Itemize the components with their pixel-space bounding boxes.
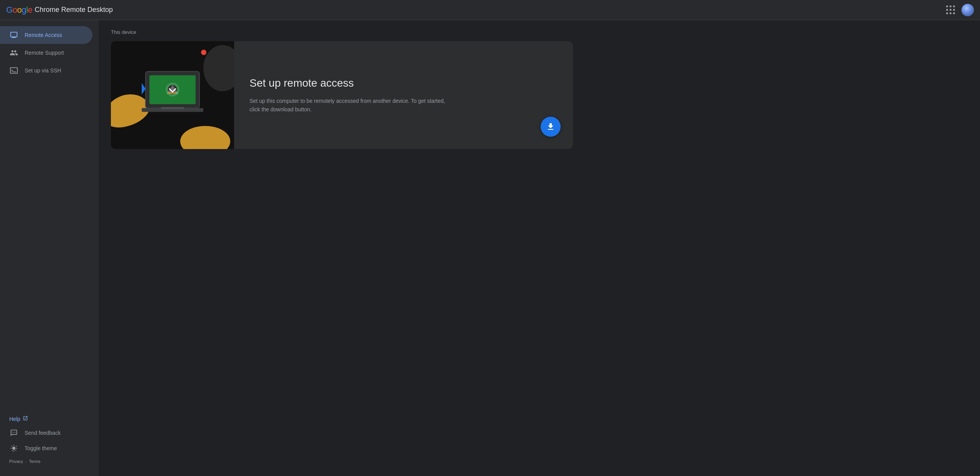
- svg-rect-7: [161, 107, 184, 109]
- grid-dots: [946, 5, 955, 15]
- privacy-link[interactable]: Privacy: [9, 459, 23, 464]
- theme-icon: [9, 444, 18, 452]
- terms-link[interactable]: Terms: [29, 459, 40, 464]
- laptop-svg: [134, 64, 211, 126]
- user-avatar[interactable]: [962, 4, 974, 16]
- send-feedback-item[interactable]: Send feedback: [0, 425, 99, 441]
- setup-card: Set up remote access Set up this compute…: [111, 41, 573, 149]
- download-button[interactable]: [541, 117, 561, 137]
- svg-marker-2: [142, 83, 146, 95]
- sidebar-item-ssh-label: Set up via SSH: [25, 67, 61, 74]
- card-illustration: [111, 41, 234, 149]
- send-feedback-label: Send feedback: [25, 430, 60, 436]
- help-link[interactable]: Help: [0, 412, 99, 425]
- sidebar-item-remote-support[interactable]: Remote Support: [0, 44, 92, 62]
- feedback-icon: [9, 429, 18, 437]
- avatar-image: [962, 4, 974, 16]
- sidebar-footer: Help Send feedback: [0, 409, 99, 473]
- decoration-circle-red: [201, 50, 206, 55]
- external-link-icon: [23, 416, 28, 422]
- card-title: Set up remote access: [250, 76, 558, 90]
- app-header: Google Chrome Remote Desktop: [0, 0, 980, 20]
- download-icon: [546, 122, 555, 131]
- terminal-icon: [9, 66, 18, 75]
- header-actions: [946, 4, 974, 16]
- apps-icon[interactable]: [946, 5, 955, 15]
- illustration-bg: [111, 41, 234, 149]
- toggle-theme-label: Toggle theme: [25, 445, 57, 451]
- laptop-illustration: [134, 64, 211, 127]
- sidebar-item-remote-access-label: Remote Access: [25, 32, 62, 38]
- monitor-icon: [9, 31, 18, 39]
- section-title: This device: [111, 29, 968, 35]
- card-text-area: Set up remote access Set up this compute…: [234, 41, 573, 149]
- privacy-terms-bar: Privacy · Terms: [0, 456, 99, 467]
- card-description: Set up this computer to be remotely acce…: [250, 97, 450, 114]
- decoration-gold-blob-bottom: [180, 126, 230, 149]
- separator: ·: [25, 459, 27, 464]
- google-logo: Google: [6, 5, 32, 15]
- sidebar-item-remote-support-label: Remote Support: [25, 50, 64, 56]
- help-label: Help: [9, 416, 20, 422]
- sidebar-item-ssh[interactable]: Set up via SSH: [0, 62, 92, 79]
- nav-section: Remote Access Remote Support Set up via …: [0, 23, 99, 409]
- people-icon: [9, 49, 18, 57]
- sidebar: Remote Access Remote Support Set up via …: [0, 20, 99, 476]
- toggle-theme-item[interactable]: Toggle theme: [0, 441, 99, 456]
- logo-area: Google Chrome Remote Desktop: [6, 5, 113, 15]
- main-content: This device: [99, 20, 980, 476]
- main-layout: Remote Access Remote Support Set up via …: [0, 20, 980, 476]
- sidebar-item-remote-access[interactable]: Remote Access: [0, 26, 92, 44]
- app-title: Chrome Remote Desktop: [35, 6, 113, 14]
